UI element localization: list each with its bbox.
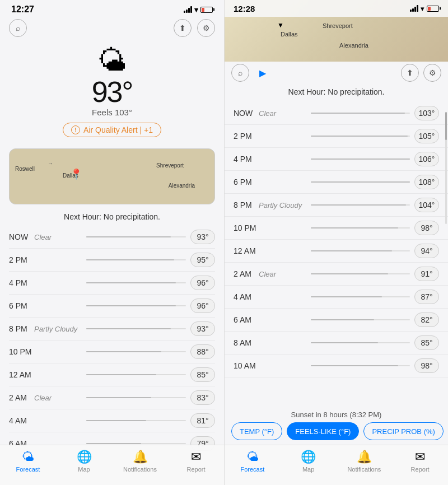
time-left: 12:27 [11,4,34,15]
wifi-icon-right: ▾ [421,4,424,13]
air-quality-alert-left[interactable]: ! Air Quality Alert | +1 [63,123,161,137]
hour-label: 2 AM [9,393,34,402]
temp-bar-right [311,136,410,137]
temp-badge-right: 104° [414,198,439,212]
forecast-label-right: Forecast [240,466,264,473]
map-thumb-left[interactable]: Roswell → Dallas Shreveport Alexandria 📍 [9,148,215,204]
map-icon-right: 🌐 [301,450,316,464]
location-button-right[interactable]: ▶ [254,64,272,82]
search-button-left[interactable]: ⌕ [9,19,27,37]
hour-label: 12 AM [9,370,34,379]
hourly-row[interactable]: 8 PM Partly Cloudy 93° [9,318,215,341]
tab-notifications-right[interactable]: 🔔 Notifications [337,450,393,473]
map-label-alexandria-right: Alexandria [339,42,368,49]
chip-precipprob(%)[interactable]: PRECIP PROB (%) [363,422,443,440]
temp-bar [86,305,186,306]
hour-label: 8 PM [9,324,34,333]
hourly-row[interactable]: 2 AM Clear 83° [9,386,215,409]
map-arrow-left: → [48,160,53,166]
hourly-section-left: NOW Clear 93° 2 PM 95° 4 PM 96° 6 PM 96°… [0,223,224,458]
temp-badge-right: 91° [414,267,439,281]
hourly-row[interactable]: 12 AM 85° [9,363,215,386]
temp-badge-right: 105° [414,129,439,143]
hourly-row-right[interactable]: 4 PM 106° [225,148,448,171]
tab-map-left[interactable]: 🌐 Map [56,450,112,473]
temp-bar-fill [86,374,156,375]
search-button-right[interactable]: ⌕ [231,64,249,82]
hourly-row-right[interactable]: 8 AM 85° [225,332,448,355]
temp-bar-right [311,227,410,228]
temp-bar-right [311,181,410,183]
temp-badge: 88° [190,344,215,359]
hourly-row[interactable]: 4 AM 81° [9,409,215,432]
notifications-label-left: Notifications [123,466,157,473]
hourly-row-right[interactable]: 10 PM 98° [225,217,448,240]
hourly-row-right[interactable]: 6 AM 82° [225,309,448,332]
status-icons-left: ▾ [184,6,213,14]
hourly-row[interactable]: 6 PM 96° [9,295,215,318]
temp-bar-fill [86,305,176,306]
temp-bar-fill [86,397,151,398]
hourly-row-right[interactable]: 12 AM 94° [225,240,448,263]
temp-badge: 93° [190,230,215,244]
tab-report-left[interactable]: ✉ Report [168,450,224,473]
main-content-left: 🌤 93° Feels 103° ! Air Quality Alert | +… [0,41,224,485]
hourly-row-right[interactable]: 2 AM Clear 91° [225,263,448,286]
hourly-row-right[interactable]: NOW Clear 103° [225,102,448,125]
temp-bar-right [311,342,410,343]
hour-label-right: NOW [234,109,259,118]
temp-bar-right [311,273,410,274]
share-button-left[interactable]: ⬆ [174,19,192,37]
temp-badge-right: 108° [414,175,439,189]
map-label-roswell-left: Roswell [15,166,35,172]
temp-badge-right: 103° [414,106,439,120]
temp-bar-fill-right [311,342,378,343]
settings-button-left[interactable]: ⚙ [197,19,215,37]
signal-icon-right [410,5,418,12]
temp-bar [86,420,186,421]
hourly-row[interactable]: 10 PM 88° [9,341,215,363]
tab-map-right[interactable]: 🌐 Map [281,450,337,473]
hourly-row[interactable]: 4 PM 96° [9,272,215,295]
hourly-row[interactable]: NOW Clear 93° [9,226,215,249]
temp-bar-right [311,113,410,114]
next-hour-right: Next Hour: No precipitation. [225,85,448,100]
chip-feels-like(°f)[interactable]: FEELS-LIKE (°F) [287,422,359,440]
temp-badge: 96° [190,299,215,313]
hourly-row-right[interactable]: 10 AM 98° [225,355,448,377]
hour-label-right: 12 AM [234,246,259,255]
hourly-row-right[interactable]: 2 PM 105° [225,125,448,148]
alert-text-left: Air Quality Alert | +1 [83,125,153,134]
map-label-shreveport-right: Shreveport [323,22,353,29]
hourly-row-right[interactable]: 4 AM 87° [225,286,448,309]
temp-bar-fill-right [311,273,388,274]
temp-bar-fill [86,282,176,283]
hourly-row-right[interactable]: 6 PM 108° [225,171,448,194]
time-right: 12:28 [234,4,255,13]
share-button-right[interactable]: ⬆ [401,64,419,82]
temp-badge-right: 85° [414,335,439,350]
hour-label-right: 4 AM [234,292,259,301]
wifi-icon-left: ▾ [194,6,198,14]
tab-notifications-left[interactable]: 🔔 Notifications [112,450,168,473]
top-bar-right: ⌕ ▶ ⬆ ⚙ [225,62,448,85]
condition-label-right: Partly Cloudy [259,201,306,209]
map-pin-right: ▼ [277,21,284,29]
settings-button-right[interactable]: ⚙ [423,64,441,82]
tab-report-right[interactable]: ✉ Report [392,450,448,473]
hourly-row[interactable]: 2 PM 95° [9,249,215,272]
temp-bar [86,259,186,260]
hour-label-right: 6 PM [234,178,259,186]
temp-bar [86,236,186,237]
tab-forecast-left[interactable]: 🌤 Forecast [0,450,56,473]
tab-bar-left: 🌤 Forecast 🌐 Map 🔔 Notifications ✉ Repor… [0,445,224,485]
temp-bar-right [311,365,410,366]
hour-label-right: 4 PM [234,155,259,164]
map-top-right[interactable]: 12:28 ▾ Dallas Shreveport Alexandria ▼ [225,0,448,62]
next-hour-left: Next Hour: No precipitation. [0,209,224,223]
hourly-row-right[interactable]: 8 PM Partly Cloudy 104° [225,194,448,217]
temp-bar [86,443,186,444]
chip-temp(°f)[interactable]: TEMP (°F) [231,422,282,440]
tab-forecast-right[interactable]: 🌤 Forecast [225,450,281,473]
temp-bar [86,351,186,352]
